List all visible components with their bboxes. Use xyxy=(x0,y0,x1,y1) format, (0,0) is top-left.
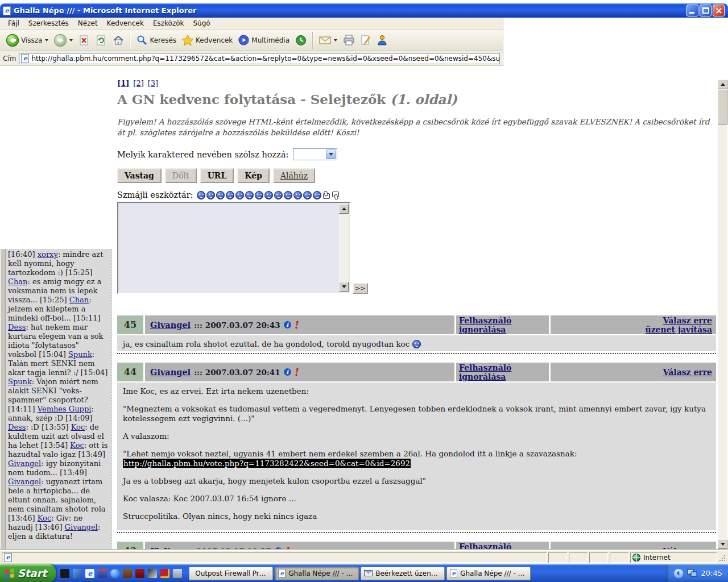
menu-item-4[interactable]: Kedvencek xyxy=(102,18,148,29)
scroll-up-icon[interactable] xyxy=(718,80,727,89)
quick-launch-winamp-icon[interactable] xyxy=(135,569,144,578)
back-dropdown-icon[interactable] xyxy=(45,39,48,41)
chat-user-link[interactable]: Koc xyxy=(38,514,51,522)
minimize-button[interactable] xyxy=(686,5,698,16)
page-link-3[interactable]: [3] xyxy=(148,79,158,88)
page-link-2[interactable]: [2] xyxy=(133,79,143,88)
page-link-1[interactable]: [1] xyxy=(117,79,129,88)
menu-item-2[interactable]: Szerkesztés xyxy=(24,18,73,29)
reply-link[interactable]: Válasz erre xyxy=(663,316,712,325)
format-button-3[interactable]: URL xyxy=(200,168,234,183)
info-icon[interactable]: i xyxy=(284,321,291,329)
quick-launch-internet-explorer-icon[interactable]: e xyxy=(85,569,94,578)
textarea-scrollbar[interactable] xyxy=(339,204,349,292)
mail-dropdown-icon[interactable] xyxy=(334,39,337,41)
chat-user-link[interactable]: Givangel xyxy=(65,523,98,531)
smiley-icon[interactable] xyxy=(274,191,283,199)
menu-item-1[interactable]: Fájl xyxy=(3,18,24,29)
menu-item-5[interactable]: Eszközök xyxy=(148,18,189,29)
smiley-icon[interactable] xyxy=(255,191,263,199)
edit-message-link[interactable]: üzenet javítása xyxy=(645,325,712,334)
chat-user-link[interactable]: Spunk xyxy=(8,377,32,386)
print-button[interactable] xyxy=(340,34,358,47)
reply-link[interactable]: Válasz erre xyxy=(663,368,712,377)
favorites-button[interactable]: Kedvencek xyxy=(179,34,235,47)
chat-user-link[interactable]: Vemhes Guppi xyxy=(38,405,92,413)
taskbar-task-1[interactable]: Outpost Firewall Pro ... xyxy=(189,567,273,580)
messenger-button[interactable] xyxy=(374,34,390,47)
vote-link-highlighted[interactable]: http://ghalla.pbm.hu/vote.php?q=11732824… xyxy=(123,459,411,468)
smiley-icon[interactable] xyxy=(245,191,254,199)
smiley-icon[interactable] xyxy=(216,191,225,199)
scroll-down-icon[interactable] xyxy=(718,539,727,549)
select-dropdown-button[interactable] xyxy=(326,149,336,159)
back-button[interactable]: Vissza xyxy=(3,33,51,48)
scroll-up-icon[interactable] xyxy=(339,204,349,214)
smiley-icon[interactable] xyxy=(303,191,312,199)
chat-user-link[interactable]: Dess xyxy=(8,323,26,331)
forward-dropdown-icon[interactable] xyxy=(69,39,73,41)
smiley-icon[interactable] xyxy=(197,191,205,199)
chat-user-link[interactable]: Koc xyxy=(70,441,84,450)
scrollbar-thumb[interactable] xyxy=(718,89,727,124)
quick-launch-browser-icon[interactable] xyxy=(123,569,132,578)
post-author-link[interactable]: FlyXan xyxy=(150,546,181,550)
menu-item-6[interactable]: Súgó xyxy=(189,18,215,29)
quick-launch-media-player-icon[interactable] xyxy=(110,569,119,578)
media-button[interactable]: Multimédia xyxy=(235,34,292,47)
refresh-button[interactable] xyxy=(93,34,110,47)
quick-launch-app-dark-icon[interactable] xyxy=(60,569,69,578)
quick-launch-show-desktop-icon[interactable] xyxy=(173,569,182,578)
format-button-5[interactable]: Aláhúz xyxy=(273,168,315,183)
address-input[interactable]: e http://ghalla.pbm.hu/comment.php?q=117… xyxy=(19,53,500,64)
thumb-up-icon[interactable] xyxy=(322,191,330,199)
format-button-2[interactable]: Dőlt xyxy=(165,168,197,183)
scroll-down-icon[interactable] xyxy=(339,282,349,292)
search-button[interactable]: Keresés xyxy=(134,34,179,47)
message-textarea[interactable] xyxy=(117,202,351,294)
post-author-link[interactable]: Givangel xyxy=(150,320,191,330)
start-button[interactable]: Start xyxy=(0,564,56,582)
close-button[interactable] xyxy=(713,5,725,16)
smiley-icon[interactable] xyxy=(284,191,292,199)
smiley-icon[interactable] xyxy=(313,191,321,199)
edit-button[interactable] xyxy=(358,34,374,47)
chat-user-link[interactable]: Chan xyxy=(8,277,27,286)
resize-grip[interactable] xyxy=(718,553,726,562)
ignore-user-link[interactable]: Felhasználó ignorálása xyxy=(459,542,549,551)
forward-button[interactable] xyxy=(51,33,76,48)
chat-user-link[interactable]: Spunk xyxy=(68,350,92,359)
smiley-icon[interactable] xyxy=(293,191,302,199)
vertical-scrollbar[interactable] xyxy=(718,80,727,549)
chat-user-link[interactable]: Koc xyxy=(71,423,85,431)
post-author-link[interactable]: Givangel xyxy=(150,367,191,377)
chat-user-link[interactable]: Givangel xyxy=(8,477,41,486)
quick-launch-gadu-icon[interactable] xyxy=(73,569,82,578)
quick-launch-photo-icon[interactable] xyxy=(148,569,157,578)
mail-button[interactable] xyxy=(316,35,340,46)
maximize-button[interactable] xyxy=(700,5,712,16)
alert-icon[interactable]: ! xyxy=(294,368,300,376)
history-button[interactable] xyxy=(292,34,309,47)
format-button-1[interactable]: Vastag xyxy=(117,168,162,183)
chat-user-link[interactable]: xorxy xyxy=(38,250,58,259)
thumb-down-icon[interactable] xyxy=(332,191,340,199)
info-icon[interactable]: i xyxy=(284,368,291,376)
quick-launch-red-app-icon[interactable] xyxy=(160,569,169,578)
alert-icon[interactable]: ! xyxy=(294,321,300,329)
stop-button[interactable] xyxy=(76,34,93,47)
submit-button[interactable]: >> xyxy=(353,283,368,294)
ignore-user-link[interactable]: Felhasználó ignorálása xyxy=(459,363,549,381)
character-select[interactable] xyxy=(293,148,337,160)
taskbar-task-3[interactable]: Beérkezett üzenetek ... xyxy=(361,567,445,580)
smiley-icon[interactable] xyxy=(235,191,244,199)
chat-user-link[interactable]: Givangel xyxy=(8,459,41,468)
menu-item-3[interactable]: Nézet xyxy=(73,18,102,29)
smiley-icon[interactable] xyxy=(264,191,273,199)
ignore-user-link[interactable]: Felhasználó ignorálása xyxy=(459,316,549,334)
title-bar[interactable]: e Ghalla Népe /// - Microsoft Internet E… xyxy=(0,3,728,18)
chat-user-link[interactable]: Chan xyxy=(69,296,89,304)
format-button-4[interactable]: Kép xyxy=(237,168,270,183)
smiley-icon[interactable] xyxy=(206,191,215,199)
chat-user-link[interactable]: Dess xyxy=(8,423,26,431)
